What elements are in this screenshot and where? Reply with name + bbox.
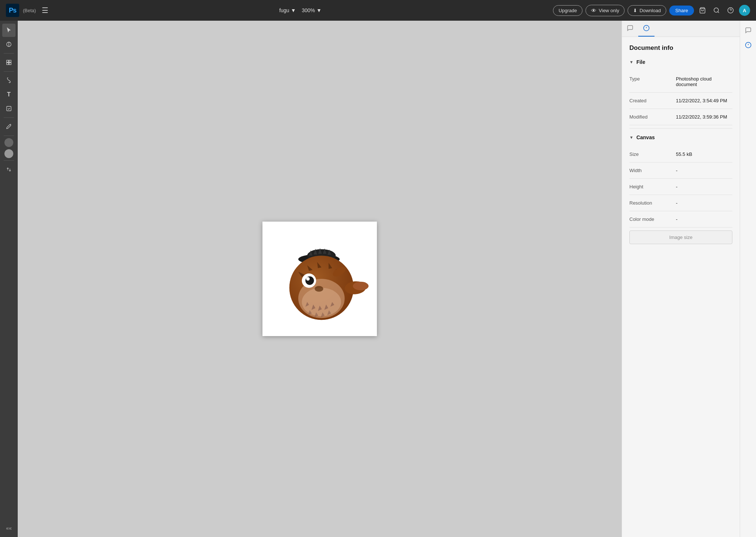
file-name-button[interactable]: fugu ▼ — [279, 7, 296, 13]
resolution-label: Resolution — [629, 200, 670, 206]
tool-text[interactable]: T — [2, 88, 16, 101]
ps-logo-text: Ps — [9, 7, 16, 14]
zoom-chevron-icon: ▼ — [316, 7, 322, 13]
resolution-value: - — [676, 200, 732, 206]
modified-value: 11/22/2022, 3:59:36 PM — [676, 114, 732, 120]
help-icon[interactable] — [725, 6, 736, 15]
tool-separator-2 — [4, 71, 14, 72]
created-label: Created — [629, 98, 670, 103]
upgrade-button[interactable]: Upgrade — [553, 5, 583, 16]
modified-label: Modified — [629, 114, 670, 120]
svg-line-2 — [718, 11, 719, 13]
tool-separator-3 — [4, 117, 14, 118]
svg-point-43 — [353, 282, 369, 290]
created-value: 11/22/2022, 3:54:49 PM — [676, 98, 732, 103]
tool-eyedropper[interactable] — [2, 120, 16, 133]
topbar-center: fugu ▼ 300% ▼ — [55, 6, 549, 15]
tool-shape[interactable] — [2, 102, 16, 115]
svg-rect-9 — [7, 63, 8, 65]
ps-logo: Ps — [6, 4, 19, 17]
svg-rect-8 — [9, 60, 11, 62]
right-panel-content: Document info ▼ File Type Photoshop clou… — [622, 37, 740, 537]
doc-info-title: Document info — [629, 44, 732, 52]
zoom-value: 300% — [302, 7, 315, 13]
size-value: 55.5 kB — [676, 151, 732, 157]
color-mode-label: Color mode — [629, 216, 670, 222]
type-value: Photoshop cloud document — [676, 76, 732, 87]
svg-point-23 — [302, 288, 341, 316]
share-button[interactable]: Share — [669, 6, 694, 16]
tool-brush[interactable] — [2, 74, 16, 87]
tab-comments[interactable] — [622, 21, 638, 37]
created-row: Created 11/22/2022, 3:54:49 PM — [629, 93, 732, 109]
topbar: Ps (Beta) ☰ fugu ▼ 300% ▼ Upgrade 👁 View… — [0, 0, 756, 21]
tool-separator-4 — [4, 136, 14, 136]
download-label: Download — [639, 8, 661, 13]
foreground-color-swatch[interactable] — [4, 138, 13, 147]
right-panel-tabs — [622, 21, 740, 37]
type-label: Type — [629, 76, 670, 82]
view-only-label: View only — [599, 8, 619, 13]
view-only-button[interactable]: 👁 View only — [585, 5, 625, 16]
size-row: Size 55.5 kB — [629, 146, 732, 163]
download-icon: ⬇ — [633, 8, 637, 13]
color-mode-row: Color mode - — [629, 211, 732, 228]
eye-icon: 👁 — [591, 7, 597, 14]
tool-separator-5 — [4, 160, 14, 161]
file-name-text: fugu — [279, 7, 289, 13]
width-value: - — [676, 168, 732, 173]
collapse-toolbar-button[interactable]: «« — [3, 522, 15, 534]
right-panel: Document info ▼ File Type Photoshop clou… — [622, 21, 740, 537]
tool-select[interactable] — [2, 24, 16, 37]
ps-beta-label: (Beta) — [23, 8, 36, 13]
tool-lasso[interactable] — [2, 38, 16, 51]
svg-rect-7 — [7, 60, 8, 62]
hamburger-menu-icon[interactable]: ☰ — [39, 4, 51, 16]
side-comments-icon[interactable] — [742, 24, 755, 37]
download-button[interactable]: ⬇ Download — [628, 5, 666, 16]
left-toolbar: T «« — [0, 21, 18, 537]
svg-point-1 — [714, 8, 718, 12]
file-section-label: File — [636, 59, 645, 65]
type-row: Type Photoshop cloud document — [629, 71, 732, 93]
svg-rect-10 — [9, 63, 11, 65]
height-label: Height — [629, 184, 670, 189]
fugu-illustration — [266, 225, 373, 332]
height-row: Height - — [629, 179, 732, 195]
file-name-chevron-icon: ▼ — [291, 7, 296, 13]
file-section-chevron-icon: ▼ — [629, 60, 633, 64]
modified-row: Modified 11/22/2022, 3:59:36 PM — [629, 109, 732, 125]
avatar[interactable]: A — [739, 5, 750, 16]
canvas-area[interactable] — [18, 21, 622, 537]
tool-separator-1 — [4, 53, 14, 54]
tab-info[interactable] — [638, 21, 654, 37]
side-info-icon[interactable] — [742, 38, 755, 52]
color-mode-value: - — [676, 216, 732, 222]
file-section-header[interactable]: ▼ File — [629, 59, 732, 65]
svg-rect-12 — [7, 106, 11, 111]
svg-point-40 — [306, 277, 310, 281]
background-color-swatch[interactable] — [4, 149, 13, 158]
height-value: - — [676, 184, 732, 189]
zoom-control[interactable]: 300% ▼ — [299, 6, 325, 15]
image-size-button[interactable]: Image size — [629, 230, 732, 244]
topbar-left: Ps (Beta) ☰ — [6, 4, 51, 17]
resolution-row: Resolution - — [629, 195, 732, 211]
width-label: Width — [629, 168, 670, 173]
tool-swap[interactable] — [2, 163, 16, 176]
canvas-image-wrapper — [262, 222, 377, 336]
tool-transform[interactable] — [2, 56, 16, 69]
text-tool-label: T — [7, 91, 11, 98]
right-side-icon-bar — [740, 21, 756, 537]
section-divider — [629, 128, 732, 129]
width-row: Width - — [629, 163, 732, 179]
canvas-section-header[interactable]: ▼ Canvas — [629, 134, 732, 140]
notifications-icon[interactable] — [697, 6, 708, 15]
topbar-right: Upgrade 👁 View only ⬇ Download Share A — [553, 5, 750, 16]
main-layout: T «« — [0, 21, 756, 537]
canvas-section-label: Canvas — [636, 134, 655, 140]
size-label: Size — [629, 151, 670, 157]
canvas-section-chevron-icon: ▼ — [629, 135, 633, 140]
svg-point-41 — [315, 286, 323, 291]
search-icon[interactable] — [711, 6, 722, 15]
